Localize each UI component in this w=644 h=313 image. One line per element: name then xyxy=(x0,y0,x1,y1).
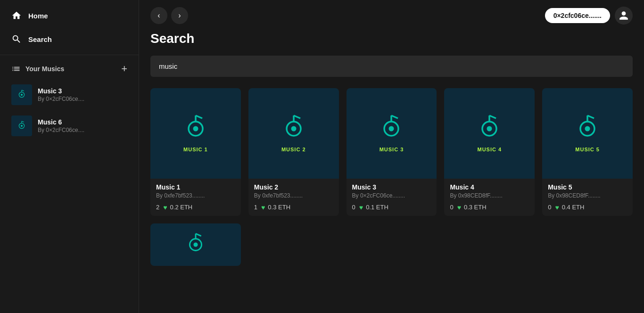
card-thumb-2: MUSIC 2 xyxy=(248,88,339,179)
search-input-wrap xyxy=(150,56,633,77)
cards-row2 xyxy=(150,223,633,266)
card-stats-2: 1 ♥ 0.3 ETH xyxy=(254,204,333,211)
card-thumb-1: MUSIC 1 xyxy=(150,88,241,179)
forward-button[interactable]: › xyxy=(171,7,188,24)
music-note-card-icon xyxy=(573,115,602,143)
your-musics-label: Your Musics xyxy=(25,65,64,73)
topbar: ‹ › 0×2cfc06ce....... xyxy=(139,0,644,31)
music-note-card-icon xyxy=(377,115,405,143)
card-thumb-label-1: MUSIC 1 xyxy=(183,147,208,152)
card-title-4: Music 4 xyxy=(450,183,529,191)
music-note-card-icon xyxy=(182,115,210,143)
card-thumb-partial xyxy=(150,223,241,266)
card-by-3: By 0×2cFC06ce........ xyxy=(352,192,431,199)
card-info-4: Music 4 By 0x98CED8fF........ 0 ♥ 0.3 ET… xyxy=(444,179,535,216)
card-thumb-label-5: MUSIC 5 xyxy=(575,147,600,152)
search-icon xyxy=(11,34,22,44)
likes-count-2: 1 xyxy=(254,204,257,211)
eth-value-3: 0.1 ETH xyxy=(366,204,388,211)
svg-point-5 xyxy=(21,125,23,127)
card-info-1: Music 1 By 0xfe7bf523........ 2 ♥ 0.2 ET… xyxy=(150,179,241,216)
sidebar-item-search[interactable]: Search xyxy=(0,27,139,51)
svg-point-21 xyxy=(487,126,492,131)
list-item[interactable]: Music 6 By 0×2cFC06ce.... xyxy=(4,111,135,141)
card-title-3: Music 3 xyxy=(352,183,431,191)
svg-line-27 xyxy=(587,115,594,118)
music-card-3[interactable]: MUSIC 3 Music 3 By 0×2cFC06ce........ 0 … xyxy=(347,88,437,216)
music-note-card-icon xyxy=(280,115,308,143)
add-music-button[interactable]: + xyxy=(121,64,127,74)
svg-line-15 xyxy=(294,115,300,118)
eth-value-2: 0.3 ETH xyxy=(268,204,290,211)
wallet-button[interactable]: 0×2cfc06ce....... xyxy=(545,8,610,23)
card-info-5: Music 5 By 0x98CED8fF........ 0 ♥ 0.4 ET… xyxy=(542,179,633,216)
your-musics-header: Your Musics + xyxy=(0,55,139,80)
eth-value-4: 0.3 ETH xyxy=(464,204,487,211)
card-stats-5: 0 ♥ 0.4 ETH xyxy=(548,204,627,211)
home-label: Home xyxy=(28,12,48,20)
search-input[interactable] xyxy=(159,62,624,70)
search-area: Search xyxy=(139,31,644,88)
music-note-card-icon xyxy=(475,115,504,143)
music-note-icon xyxy=(16,120,27,132)
heart-icon-5: ♥ xyxy=(555,204,559,211)
card-thumb-5: MUSIC 5 xyxy=(542,88,633,179)
heart-icon-1: ♥ xyxy=(163,204,167,211)
sidebar-music-name: Music 6 xyxy=(38,118,84,126)
card-title-2: Music 2 xyxy=(254,183,333,191)
list-item[interactable]: Music 3 By 0×2cFC06ce.... xyxy=(4,80,135,110)
nav-buttons: ‹ › xyxy=(150,7,188,24)
card-by-1: By 0xfe7bf523........ xyxy=(156,192,235,199)
svg-point-25 xyxy=(585,126,590,131)
back-button[interactable]: ‹ xyxy=(150,7,167,24)
music-thumb xyxy=(11,84,32,105)
profile-button[interactable] xyxy=(615,7,633,25)
sidebar-music-name: Music 3 xyxy=(38,87,84,95)
svg-point-29 xyxy=(193,242,198,247)
music-thumb xyxy=(11,115,32,136)
page-title: Search xyxy=(150,31,633,46)
music-note-icon xyxy=(16,89,27,100)
sidebar-music-list: Music 3 By 0×2cFC06ce.... Music 6 By 0×2… xyxy=(0,80,139,141)
card-info-3: Music 3 By 0×2cFC06ce........ 0 ♥ 0.1 ET… xyxy=(347,179,437,216)
sidebar: Home Search Your Musics + xyxy=(0,0,139,313)
card-title-1: Music 1 xyxy=(156,183,235,191)
card-by-5: By 0x98CED8fF........ xyxy=(548,192,627,199)
home-icon xyxy=(11,10,22,21)
music-card-partial[interactable] xyxy=(150,223,241,266)
svg-line-11 xyxy=(196,115,202,118)
card-stats-3: 0 ♥ 0.1 ETH xyxy=(352,204,431,211)
heart-icon-3: ♥ xyxy=(359,204,363,211)
svg-line-31 xyxy=(196,233,201,236)
card-thumb-4: MUSIC 4 xyxy=(444,88,535,179)
music-note-partial-icon xyxy=(184,233,207,256)
user-icon xyxy=(619,10,629,21)
card-thumb-3: MUSIC 3 xyxy=(347,88,437,179)
svg-point-13 xyxy=(291,126,296,131)
sidebar-music-by: By 0×2cFC06ce.... xyxy=(38,127,84,133)
card-info-2: Music 2 By 0xfe7bf523........ 1 ♥ 0.3 ET… xyxy=(248,179,339,216)
svg-point-9 xyxy=(193,126,198,131)
music-card-5[interactable]: MUSIC 5 Music 5 By 0x98CED8fF........ 0 … xyxy=(542,88,633,216)
music-card-1[interactable]: MUSIC 1 Music 1 By 0xfe7bf523........ 2 … xyxy=(150,88,241,216)
cards-section: MUSIC 1 Music 1 By 0xfe7bf523........ 2 … xyxy=(139,88,644,277)
cards-grid: MUSIC 1 Music 1 By 0xfe7bf523........ 2 … xyxy=(150,88,633,216)
svg-point-1 xyxy=(21,94,23,96)
sidebar-item-home[interactable]: Home xyxy=(0,4,139,27)
svg-line-7 xyxy=(22,121,24,122)
svg-line-19 xyxy=(391,115,398,118)
music-card-4[interactable]: MUSIC 4 Music 4 By 0x98CED8fF........ 0 … xyxy=(444,88,535,216)
svg-point-17 xyxy=(389,126,394,131)
sidebar-music-info: Music 3 By 0×2cFC06ce.... xyxy=(38,87,84,102)
card-thumb-label-4: MUSIC 4 xyxy=(477,147,502,152)
card-thumb-label-3: MUSIC 3 xyxy=(380,147,404,152)
card-by-2: By 0xfe7bf523........ xyxy=(254,192,333,199)
sidebar-music-info: Music 6 By 0×2cFC06ce.... xyxy=(38,118,84,133)
eth-value-1: 0.2 ETH xyxy=(170,204,193,211)
likes-count-1: 2 xyxy=(156,204,159,211)
search-label: Search xyxy=(28,35,52,43)
likes-count-5: 0 xyxy=(548,204,551,211)
eth-value-5: 0.4 ETH xyxy=(562,204,585,211)
likes-count-4: 0 xyxy=(450,204,453,211)
music-card-2[interactable]: MUSIC 2 Music 2 By 0xfe7bf523........ 1 … xyxy=(248,88,339,216)
